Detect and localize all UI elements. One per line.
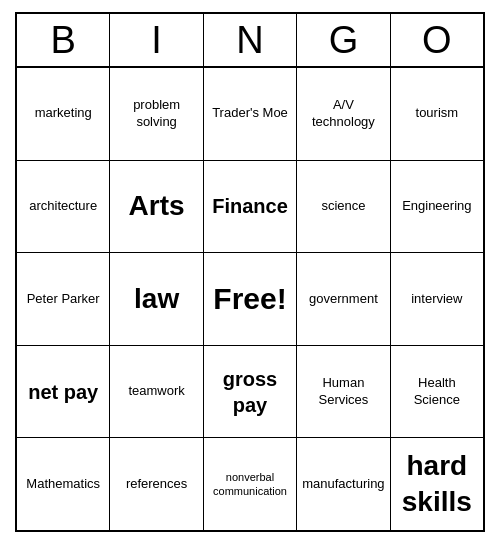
header-letter-i: I: [110, 14, 203, 66]
bingo-card: BINGO marketingproblem solvingTrader's M…: [15, 12, 485, 532]
cell-1-1: Arts: [110, 161, 203, 253]
bingo-row-1: architectureArtsFinancescienceEngineerin…: [17, 161, 483, 254]
bingo-row-2: Peter ParkerlawFree!governmentinterview: [17, 253, 483, 346]
cell-1-2: Finance: [204, 161, 297, 253]
cell-4-3: manufacturing: [297, 438, 390, 530]
header-letter-g: G: [297, 14, 390, 66]
cell-0-0: marketing: [17, 68, 110, 160]
cell-2-3: government: [297, 253, 390, 345]
cell-1-4: Engineering: [391, 161, 483, 253]
cell-2-2: Free!: [204, 253, 297, 345]
cell-4-4: hard skills: [391, 438, 483, 530]
header-letter-n: N: [204, 14, 297, 66]
cell-0-4: tourism: [391, 68, 483, 160]
cell-0-1: problem solving: [110, 68, 203, 160]
cell-2-4: interview: [391, 253, 483, 345]
bingo-row-4: Mathematicsreferencesnonverbal communica…: [17, 438, 483, 530]
cell-2-1: law: [110, 253, 203, 345]
cell-4-2: nonverbal communication: [204, 438, 297, 530]
cell-1-0: architecture: [17, 161, 110, 253]
header-letter-o: O: [391, 14, 483, 66]
header-letter-b: B: [17, 14, 110, 66]
cell-0-2: Trader's Moe: [204, 68, 297, 160]
cell-3-4: Health Science: [391, 346, 483, 438]
cell-1-3: science: [297, 161, 390, 253]
cell-3-2: gross pay: [204, 346, 297, 438]
cell-0-3: A/V technology: [297, 68, 390, 160]
cell-4-1: references: [110, 438, 203, 530]
cell-3-0: net pay: [17, 346, 110, 438]
cell-3-3: Human Services: [297, 346, 390, 438]
cell-2-0: Peter Parker: [17, 253, 110, 345]
cell-4-0: Mathematics: [17, 438, 110, 530]
bingo-row-3: net payteamworkgross payHuman ServicesHe…: [17, 346, 483, 439]
bingo-row-0: marketingproblem solvingTrader's MoeA/V …: [17, 68, 483, 161]
bingo-header: BINGO: [17, 14, 483, 68]
cell-3-1: teamwork: [110, 346, 203, 438]
bingo-grid: marketingproblem solvingTrader's MoeA/V …: [17, 68, 483, 530]
